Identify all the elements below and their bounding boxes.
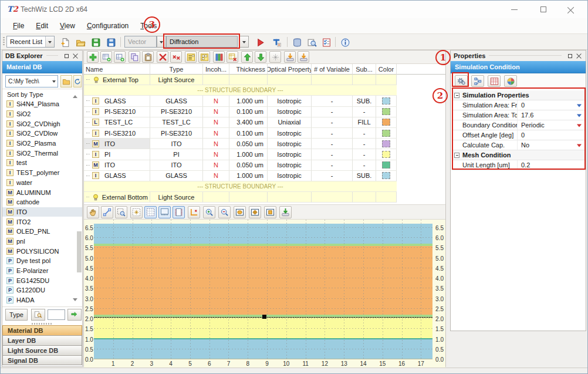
- layer-name-cell[interactable]: MITO: [84, 139, 150, 149]
- thickness-cell[interactable]: [229, 75, 268, 85]
- num-variable-cell[interactable]: [312, 75, 353, 85]
- color-swatch[interactable]: [382, 151, 390, 158]
- col-type[interactable]: Type: [150, 64, 203, 75]
- optical-property-cell[interactable]: Isotropic: [268, 128, 312, 139]
- apply-filter-icon[interactable]: [67, 309, 82, 321]
- table-row[interactable]: IGLASSGLASSN1.000 umIsotropic-SUB.: [84, 96, 445, 106]
- folder-icon[interactable]: [60, 75, 72, 87]
- layer-name-cell[interactable]: IPI: [84, 149, 150, 160]
- table-row[interactable]: IPI-SE3210PI-SE3210N0.100 umIsotropic--: [84, 128, 445, 139]
- layer-type-cell[interactable]: PI: [150, 149, 203, 160]
- thickness-cell[interactable]: 3.400 um: [229, 117, 268, 128]
- nav-material-db[interactable]: Material DB: [2, 325, 82, 335]
- color-swatch[interactable]: [382, 140, 390, 147]
- property-value[interactable]: 0: [518, 100, 584, 110]
- collapse-icon[interactable]: [454, 93, 459, 98]
- move-up-icon[interactable]: [241, 51, 253, 63]
- table-row[interactable]: External BottomLight Source: [84, 192, 445, 203]
- float-panel-button[interactable]: [63, 52, 70, 59]
- color-swatch[interactable]: [382, 161, 390, 169]
- thickness-cell[interactable]: 0.100 um: [229, 128, 268, 139]
- run-simulator-icon[interactable]: [271, 36, 282, 48]
- fit-width-icon[interactable]: [234, 206, 246, 218]
- thickness-cell[interactable]: 1.000 um: [229, 149, 268, 160]
- material-item[interactable]: MOLED_PNL: [2, 227, 82, 237]
- incoherent-cell[interactable]: [203, 192, 229, 203]
- x-axis-ticks-icon[interactable]: [158, 206, 171, 218]
- material-item[interactable]: MPOLYSILICON: [2, 246, 82, 256]
- filter-input[interactable]: [48, 309, 65, 320]
- sub-cell[interactable]: -: [353, 107, 376, 117]
- layer-type-cell[interactable]: ITO: [150, 139, 203, 149]
- tree-view-icon[interactable]: [471, 75, 484, 87]
- insert-row-above-icon[interactable]: [100, 51, 112, 63]
- layer-type-cell[interactable]: GLASS: [150, 171, 203, 181]
- dropdown-arrow-icon[interactable]: [577, 144, 582, 149]
- material-item[interactable]: ITEST_polymer: [2, 168, 82, 178]
- layer-band-test-lc[interactable]: [94, 246, 432, 315]
- thickness-cell[interactable]: 0.050 um: [229, 160, 268, 171]
- table-row[interactable]: IGLASSGLASSN1.000 umIsotropic-SUB.: [84, 171, 445, 181]
- delete-all-icon[interactable]: [170, 51, 182, 63]
- remove-table-icon[interactable]: [227, 51, 238, 63]
- color-cell[interactable]: [376, 149, 397, 160]
- layer-name-cell[interactable]: External Bottom: [84, 192, 150, 203]
- export-all-icon[interactable]: [298, 51, 309, 63]
- thickness-cell[interactable]: [229, 192, 268, 203]
- col-num-variable[interactable]: # of Variable: [312, 64, 353, 75]
- vector-combo[interactable]: Vector: [124, 36, 157, 48]
- property-group-header[interactable]: Mesh Condition: [452, 150, 584, 160]
- material-item[interactable]: Itest: [2, 158, 82, 168]
- table-row[interactable]: --- STRUCTURE BOUNDARY ---: [84, 181, 445, 192]
- dropdown-arrow-icon[interactable]: [577, 124, 582, 129]
- incoherent-cell[interactable]: N: [203, 128, 229, 139]
- nav-layer-db[interactable]: Layer DB: [2, 335, 82, 345]
- measure-icon[interactable]: [101, 206, 113, 218]
- property-value[interactable]: No: [518, 140, 584, 150]
- layer-name-cell[interactable]: LTEST_LC: [84, 117, 150, 128]
- layer-name-cell[interactable]: External Top: [84, 75, 150, 85]
- menu-configuration[interactable]: Configuration: [82, 20, 134, 32]
- optical-property-cell[interactable]: Isotropic: [268, 139, 312, 149]
- layer-drag-handle[interactable]: [262, 315, 266, 319]
- new-file-icon[interactable]: [59, 36, 71, 48]
- add-row-icon[interactable]: [87, 51, 99, 63]
- list-view-icon[interactable]: [185, 51, 197, 63]
- chevron-down-icon[interactable]: [45, 36, 54, 47]
- save-icon[interactable]: [90, 36, 102, 48]
- copy-icon[interactable]: [129, 51, 140, 63]
- layer-name-cell[interactable]: IGLASS: [84, 171, 150, 181]
- run-icon[interactable]: [254, 36, 266, 48]
- delete-icon[interactable]: [157, 51, 168, 63]
- layer-name-cell[interactable]: IPI-SE3210: [84, 128, 150, 139]
- table-row[interactable]: External TopLight Source: [84, 75, 445, 85]
- optical-property-cell[interactable]: [268, 192, 312, 203]
- layer-name-cell[interactable]: MITO: [84, 160, 150, 171]
- fit-selection-icon[interactable]: [264, 206, 276, 218]
- layer-type-cell[interactable]: GLASS: [150, 96, 203, 106]
- axes-icon[interactable]: [188, 206, 200, 218]
- zoom-in-icon[interactable]: [203, 206, 215, 218]
- color-cell[interactable]: [376, 107, 397, 117]
- sub-cell[interactable]: -: [353, 128, 376, 139]
- material-item[interactable]: ISiO2_Plasma: [2, 139, 82, 149]
- sub-cell[interactable]: -: [353, 149, 376, 160]
- columns-icon[interactable]: [213, 51, 225, 63]
- color-swatch[interactable]: [382, 97, 390, 105]
- color-swatch[interactable]: [382, 119, 390, 126]
- layer-type-cell[interactable]: Light Source: [150, 192, 203, 203]
- color-swatch[interactable]: [382, 172, 390, 179]
- incoherent-cell[interactable]: N: [203, 107, 229, 117]
- property-group-header[interactable]: Simulation Properties: [452, 90, 584, 100]
- table-row[interactable]: --- STRUCTURE BOUNDARY ---: [84, 85, 445, 96]
- sub-cell[interactable]: SUB.: [353, 171, 376, 181]
- material-item[interactable]: ISiO2_Thermal: [2, 148, 82, 158]
- incoherent-cell[interactable]: N: [203, 139, 229, 149]
- chevron-up-icon[interactable]: [73, 93, 77, 98]
- db-path-combo[interactable]: C:\My Tech\: [5, 75, 58, 87]
- nav-signal-db[interactable]: Signal DB: [2, 355, 82, 365]
- fit-all-icon[interactable]: [249, 206, 261, 218]
- layer-band-pi[interactable]: [94, 318, 432, 338]
- material-item[interactable]: Mcathode: [2, 197, 82, 207]
- export-chart-icon[interactable]: [279, 206, 292, 218]
